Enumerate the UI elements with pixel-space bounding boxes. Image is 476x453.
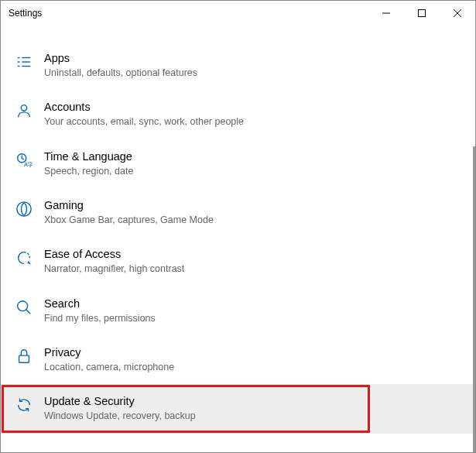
item-desc: Speech, region, date (44, 165, 133, 179)
item-text: Search Find my files, permissions (44, 297, 156, 325)
settings-item-update-security[interactable]: Update & Security Windows Update, recove… (1, 384, 475, 433)
settings-item-apps[interactable]: Apps Uninstall, defaults, optional featu… (1, 41, 475, 90)
ease-of-access-icon (15, 249, 33, 267)
item-title: Search (44, 297, 156, 311)
close-button[interactable] (440, 1, 475, 26)
settings-list: Apps Uninstall, defaults, optional featu… (1, 26, 475, 434)
item-text: Gaming Xbox Game Bar, captures, Game Mod… (44, 198, 214, 227)
svg-point-10 (21, 105, 26, 111)
item-desc: Windows Update, recovery, backup (44, 410, 196, 424)
item-title: Gaming (44, 198, 214, 213)
minimize-button[interactable] (368, 1, 404, 26)
time-language-icon: A字 (15, 151, 33, 170)
accounts-icon (15, 101, 33, 120)
item-text: Accounts Your accounts, email, sync, wor… (44, 100, 244, 129)
svg-point-14 (18, 300, 28, 311)
item-title: Apps (44, 51, 197, 66)
item-text: Privacy Location, camera, microphone (44, 345, 174, 374)
svg-line-15 (26, 309, 31, 314)
item-title: Time & Language (44, 149, 133, 164)
settings-item-ease-of-access[interactable]: Ease of Access Narrator, magnifier, high… (1, 237, 475, 286)
item-desc: Find my files, permissions (44, 312, 156, 326)
item-text: Ease of Access Narrator, magnifier, high… (44, 247, 184, 276)
item-title: Privacy (44, 345, 174, 360)
privacy-icon (15, 347, 33, 365)
settings-item-time-language[interactable]: A字 Time & Language Speech, region, date (1, 139, 475, 188)
item-text: Time & Language Speech, region, date (44, 149, 133, 178)
item-title: Update & Security (44, 394, 196, 409)
window-controls (368, 1, 475, 26)
titlebar: Settings (1, 1, 475, 26)
settings-item-accounts[interactable]: Accounts Your accounts, email, sync, wor… (1, 90, 475, 139)
search-icon (15, 298, 33, 317)
item-title: Accounts (44, 100, 244, 115)
settings-item-privacy[interactable]: Privacy Location, camera, microphone (1, 335, 475, 384)
item-desc: Xbox Game Bar, captures, Game Mode (44, 214, 214, 228)
item-text: Update & Security Windows Update, recove… (44, 394, 196, 423)
svg-rect-16 (19, 355, 29, 362)
item-desc: Your accounts, email, sync, work, other … (44, 115, 244, 129)
scrollbar[interactable] (473, 146, 475, 453)
item-desc: Narrator, magnifier, high contrast (44, 263, 184, 276)
item-desc: Uninstall, defaults, optional features (44, 67, 197, 81)
item-desc: Location, camera, microphone (44, 361, 174, 375)
item-text: Apps Uninstall, defaults, optional featu… (44, 51, 197, 80)
gaming-icon (15, 200, 33, 218)
settings-item-gaming[interactable]: Gaming Xbox Game Bar, captures, Game Mod… (1, 188, 475, 237)
update-security-icon (15, 396, 33, 414)
apps-icon (15, 53, 33, 71)
svg-text:A字: A字 (24, 161, 33, 168)
window-title: Settings (9, 8, 42, 19)
maximize-button[interactable] (404, 1, 440, 26)
svg-rect-1 (419, 10, 426, 17)
item-title: Ease of Access (44, 247, 184, 262)
svg-point-13 (17, 202, 31, 216)
settings-item-search[interactable]: Search Find my files, permissions (1, 287, 475, 335)
